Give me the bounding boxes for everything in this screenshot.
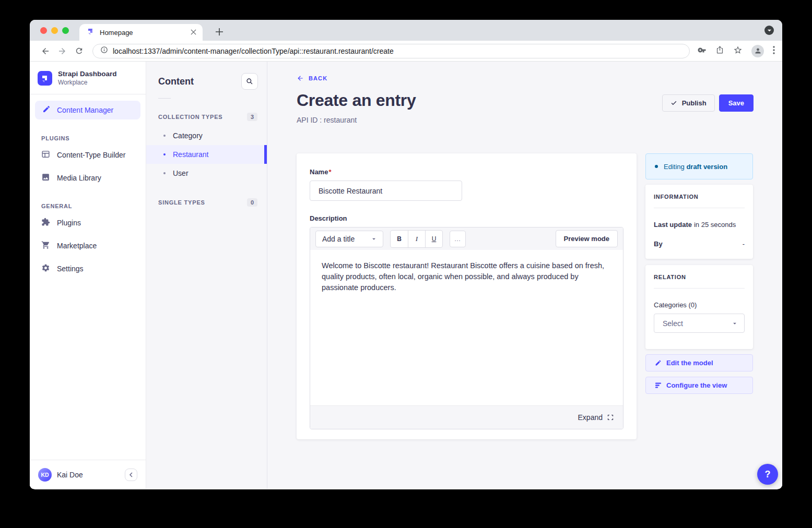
categories-field-label: Categories (0) <box>654 301 745 309</box>
sidebar-item-label: Content-Type Builder <box>57 151 126 159</box>
divider <box>654 288 745 289</box>
bookmark-star-icon[interactable] <box>733 45 743 57</box>
workspace-subtitle: Workplace <box>58 79 117 86</box>
expand-icon[interactable] <box>607 414 614 421</box>
password-key-icon[interactable] <box>697 45 707 57</box>
content-manager-icon <box>42 105 51 115</box>
browser-tab[interactable]: Homepage <box>79 24 203 41</box>
panel-title: Content <box>158 76 194 87</box>
description-field-label: Description <box>310 214 623 222</box>
edit-model-button[interactable]: Edit the model <box>645 354 753 371</box>
entry-aside: Editing draft version INFORMATION Last u… <box>645 153 753 394</box>
back-icon[interactable] <box>37 43 54 59</box>
strapi-logo <box>38 71 52 86</box>
help-button[interactable]: ? <box>757 464 778 485</box>
collection-type-user[interactable]: User <box>146 164 267 183</box>
sidebar-section-general: GENERAL <box>30 203 146 209</box>
more-formats-button[interactable]: ... <box>450 231 466 247</box>
collection-type-restaurant[interactable]: Restaurant <box>146 145 267 164</box>
tab-close-icon[interactable] <box>191 28 196 37</box>
tab-search-chevron[interactable] <box>764 26 774 35</box>
sidebar-item-label: Marketplace <box>57 242 97 250</box>
chevron-down-icon <box>371 236 376 242</box>
collapse-sidebar-button[interactable] <box>125 469 137 481</box>
workspace-brand[interactable]: Strapi Dashboard Workplace <box>30 62 146 94</box>
last-update-row: Last updatein 25 seconds <box>654 221 745 229</box>
check-icon <box>670 100 677 106</box>
address-bar[interactable]: localhost:1337/admin/content-manager/col… <box>92 44 690 58</box>
editor-toolbar: Add a title B I U ... Preview mode <box>310 227 623 250</box>
collection-type-category[interactable]: Category <box>146 126 267 145</box>
back-arrow-icon <box>297 75 304 82</box>
site-info-icon[interactable] <box>100 46 108 56</box>
single-types-label: SINGLE TYPES <box>158 199 205 206</box>
window-controls <box>40 27 69 34</box>
browser-window: Homepage localhost:1337/admin/content-ma… <box>30 20 782 489</box>
browser-toolbar: localhost:1337/admin/content-manager/col… <box>30 41 782 62</box>
minimize-window-button[interactable] <box>51 27 58 34</box>
forward-icon[interactable] <box>54 43 70 59</box>
editor-footer: Expand <box>310 405 623 429</box>
page-title: Create an entry <box>297 91 416 110</box>
refresh-icon[interactable] <box>70 43 87 59</box>
status-dot-icon <box>655 165 658 168</box>
sidebar-item-label: Content Manager <box>57 106 113 114</box>
sidebar-item-media-library[interactable]: Media Library <box>30 166 146 189</box>
cart-icon <box>41 241 50 251</box>
sidebar-item-content-type-builder[interactable]: Content-Type Builder <box>30 143 146 166</box>
by-row: By - <box>654 240 745 248</box>
avatar: KD <box>38 468 52 482</box>
tab-strip: Homepage <box>30 20 782 41</box>
sidebar-item-label: Media Library <box>57 174 101 182</box>
description-editor: Add a title B I U ... Preview mode We <box>310 227 623 429</box>
close-window-button[interactable] <box>40 27 47 34</box>
name-field-label: Name* <box>310 168 331 176</box>
main-sidebar: Strapi Dashboard Workplace Content Manag… <box>30 62 146 489</box>
name-input[interactable] <box>310 181 462 201</box>
gear-icon <box>41 263 50 274</box>
description-textarea[interactable]: Welcome to Biscotte restaurant! Restaura… <box>310 250 623 405</box>
sidebar-section-plugins: PLUGINS <box>30 135 146 141</box>
toolbar-actions <box>697 45 775 57</box>
sidebar-item-plugins[interactable]: Plugins <box>30 211 146 234</box>
italic-button[interactable]: I <box>408 231 425 247</box>
information-card: INFORMATION Last updatein 25 seconds By … <box>645 185 753 259</box>
browser-profile-avatar[interactable] <box>751 45 764 57</box>
bold-button[interactable]: B <box>391 231 408 247</box>
bullet-icon <box>163 172 166 174</box>
draft-status-banner: Editing draft version <box>645 153 753 179</box>
configure-view-icon <box>655 382 662 389</box>
main-content: BACK Create an entry API ID : restaurant… <box>267 62 782 489</box>
chevron-down-icon <box>732 321 737 326</box>
sidebar-item-label: Plugins <box>57 219 81 227</box>
entry-form-card: Name* Description Add a title B I <box>297 153 637 439</box>
browser-menu-icon[interactable] <box>773 46 775 56</box>
search-button[interactable] <box>241 73 258 90</box>
strapi-admin: Strapi Dashboard Workplace Content Manag… <box>30 62 782 489</box>
zoom-window-button[interactable] <box>62 27 69 34</box>
tab-title: Homepage <box>100 29 186 37</box>
workspace-title: Strapi Dashboard <box>58 70 117 78</box>
collection-types-label: COLLECTION TYPES <box>158 114 222 120</box>
puzzle-icon <box>41 218 50 229</box>
bullet-icon <box>163 153 166 155</box>
categories-select[interactable]: Select <box>654 314 745 333</box>
sidebar-item-marketplace[interactable]: Marketplace <box>30 234 146 257</box>
panel-divider <box>158 98 171 99</box>
preview-mode-button[interactable]: Preview mode <box>556 230 618 247</box>
publish-button[interactable]: Publish <box>662 94 715 112</box>
url-text: localhost:1337/admin/content-manager/col… <box>113 47 394 55</box>
title-style-dropdown[interactable]: Add a title <box>315 231 383 247</box>
share-icon[interactable] <box>715 45 724 56</box>
expand-label[interactable]: Expand <box>578 413 603 422</box>
back-link[interactable]: BACK <box>297 75 327 82</box>
sidebar-item-settings[interactable]: Settings <box>30 257 146 280</box>
underline-button[interactable]: U <box>425 231 442 247</box>
user-name: Kai Doe <box>57 471 120 479</box>
required-asterisk: * <box>328 168 331 176</box>
configure-view-button[interactable]: Configure the view <box>645 377 753 394</box>
draft-status-text: Editing draft version <box>664 163 727 171</box>
sidebar-item-content-manager[interactable]: Content Manager <box>35 101 140 119</box>
save-button[interactable]: Save <box>719 94 754 112</box>
new-tab-button[interactable] <box>211 24 227 40</box>
